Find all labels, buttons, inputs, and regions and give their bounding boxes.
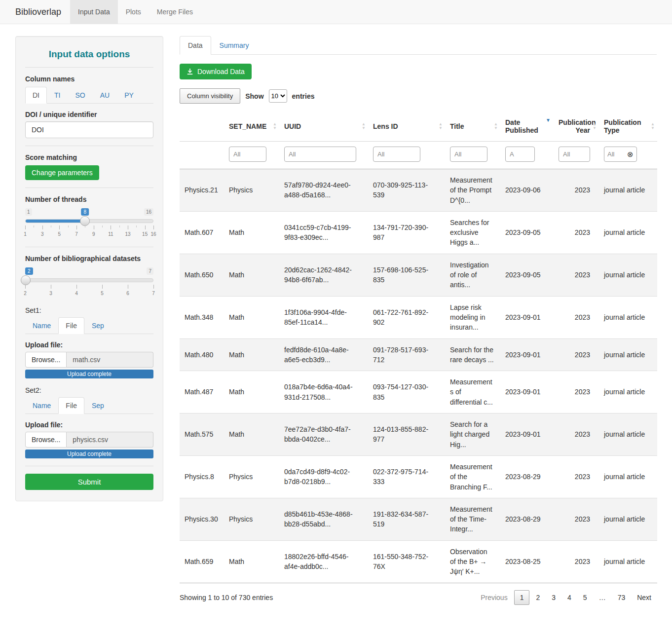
pagination-next[interactable]: Next — [632, 591, 657, 604]
pagination-page-1[interactable]: 1 — [514, 590, 530, 605]
pagination-page-4[interactable]: 4 — [562, 591, 577, 604]
tab-so[interactable]: SO — [68, 87, 92, 104]
table-cell: Physics — [224, 455, 279, 498]
table-cell: journal article — [599, 371, 657, 413]
doi-input[interactable] — [25, 121, 153, 138]
set2-tab-file[interactable]: File — [58, 397, 84, 414]
slider-tick-label: 15 — [142, 231, 148, 237]
table-cell: 157-698-106-525-835 — [368, 254, 445, 296]
slider-tick-label: 2 — [24, 291, 27, 296]
column-header-publication-type[interactable]: Publication Type ▲▼ — [599, 112, 657, 142]
submit-button[interactable]: Submit — [25, 474, 153, 490]
column-header-label: UUID — [284, 122, 301, 130]
slider-handle[interactable] — [80, 216, 90, 226]
row-name-cell: Math.348 — [180, 296, 224, 338]
slider-tick — [102, 225, 103, 227]
column-names-tabs: DI TI SO AU PY — [25, 87, 153, 104]
threads-slider[interactable]: 1 16 8 1357911131516 — [25, 207, 153, 239]
filter-uuid[interactable] — [284, 147, 356, 162]
filter-title[interactable] — [450, 147, 487, 162]
table-cell: 2023-08-25 — [500, 540, 554, 583]
slider-tick-label: 4 — [75, 291, 78, 296]
slider-handle[interactable] — [21, 275, 31, 285]
tab-summary[interactable]: Summary — [211, 36, 258, 55]
set2-tabs: Name File Sep — [25, 397, 153, 414]
slider-tick — [76, 285, 77, 289]
set1-tab-name[interactable]: Name — [25, 317, 58, 334]
filter-publication-year[interactable] — [559, 147, 590, 162]
slider-max-label: 16 — [144, 208, 153, 216]
table-cell: 7ee72a7e-d3b0-4fa7-bbda-0402ce... — [279, 413, 368, 456]
pagination-page-2[interactable]: 2 — [530, 591, 545, 604]
clear-filter-icon[interactable]: ⊗ — [627, 150, 634, 158]
slider-track[interactable] — [25, 278, 153, 282]
filter-set-name[interactable] — [229, 147, 266, 162]
set2-tab-sep[interactable]: Sep — [84, 397, 112, 414]
column-header-uuid[interactable]: UUID ▲▼ — [279, 112, 368, 142]
column-header-lens-id[interactable]: Lens ID ▲▼ — [368, 112, 445, 142]
nav-tab-input-data[interactable]: Input Data — [70, 0, 118, 24]
slider-tick — [153, 285, 154, 289]
filter-publication-type[interactable] — [605, 148, 627, 161]
slider-labels: 7 2 — [25, 267, 153, 278]
slider-fill — [26, 220, 85, 223]
table-cell: 2023-09-06 — [500, 169, 554, 212]
table-cell: 18802e26-bffd-4546-af4e-addb0c... — [279, 540, 368, 583]
table-cell: d85b461b-453e-4868-bb28-d55abd... — [279, 498, 368, 540]
slider-tick-label: 1 — [24, 231, 27, 237]
doi-field-label: DOI / unique identifier — [25, 111, 153, 118]
pagination-page-73[interactable]: 73 — [612, 591, 631, 604]
row-name-cell: Math.575 — [180, 413, 224, 456]
filter-date-published[interactable] — [505, 147, 535, 162]
set2-browse-button[interactable]: Browse... — [25, 432, 67, 448]
table-cell: 2023 — [554, 338, 599, 371]
nav-tab-plots[interactable]: Plots — [118, 0, 149, 24]
datasets-slider[interactable]: 7 2 234567 — [25, 266, 153, 299]
set1-tab-file[interactable]: File — [58, 317, 84, 334]
slider-tick — [85, 225, 85, 227]
slider-tick — [25, 225, 26, 229]
row-name-cell: Physics.8 — [180, 455, 224, 498]
table-cell: 2023-08-29 — [500, 498, 554, 540]
change-parameters-button[interactable]: Change parameters — [25, 165, 99, 180]
table-cell: 022-372-975-714-333 — [368, 455, 445, 498]
slider-tick — [111, 225, 111, 229]
set2-tab-name[interactable]: Name — [25, 397, 58, 414]
set1-browse-button[interactable]: Browse... — [25, 352, 67, 368]
column-visibility-button[interactable]: Column visibility — [180, 88, 240, 104]
pagination-previous[interactable]: Previous — [475, 591, 513, 604]
divider — [25, 187, 153, 188]
pagination-page-5[interactable]: 5 — [578, 591, 593, 604]
table-cell: 2023-08-29 — [500, 455, 554, 498]
page-length-select[interactable]: 10 — [269, 89, 287, 103]
column-header-publication-year[interactable]: Publication Year ▲▼ — [554, 112, 599, 142]
table-cell: 1f3f106a-9904-4fde-85ef-11ca14... — [279, 296, 368, 338]
slider-track[interactable] — [25, 219, 153, 223]
row-name-cell: Physics.21 — [180, 169, 224, 212]
slider-tick — [128, 225, 128, 229]
nav-tab-merge-files[interactable]: Merge Files — [149, 0, 201, 24]
pagination-pages: 12345…73 — [513, 590, 631, 605]
column-header-set-name[interactable]: SET_NAME ▲▼ — [224, 112, 279, 142]
column-header-date-published[interactable]: Date Published ▼ — [500, 112, 554, 142]
sort-icon: ▲▼ — [593, 122, 597, 130]
pagination-page-3[interactable]: 3 — [546, 591, 561, 604]
column-header-title[interactable]: Title ▲▼ — [445, 112, 500, 142]
progress-bar: Upload complete — [25, 450, 153, 458]
tab-data[interactable]: Data — [180, 36, 211, 55]
filter-lens-id[interactable] — [373, 147, 420, 162]
tab-di[interactable]: DI — [25, 87, 47, 104]
tab-ti[interactable]: TI — [47, 87, 68, 104]
pagination: Previous 12345…73 Next — [474, 590, 657, 605]
set1-tab-sep[interactable]: Sep — [84, 317, 112, 334]
filter-row: ⊗ — [180, 142, 657, 169]
tab-au[interactable]: AU — [93, 87, 117, 104]
table-cell: Measurement of the Time-Integr... — [445, 498, 500, 540]
table-cell: 2023 — [554, 455, 599, 498]
tab-py[interactable]: PY — [117, 87, 141, 104]
main-panel: Data Summary Download Data Column visibi… — [180, 36, 657, 618]
download-data-button[interactable]: Download Data — [180, 64, 252, 79]
table-cell: 20d62cac-1262-4842-94b8-6f67ab... — [279, 254, 368, 296]
table-cell: Math — [224, 371, 279, 413]
table-cell: journal article — [599, 498, 657, 540]
